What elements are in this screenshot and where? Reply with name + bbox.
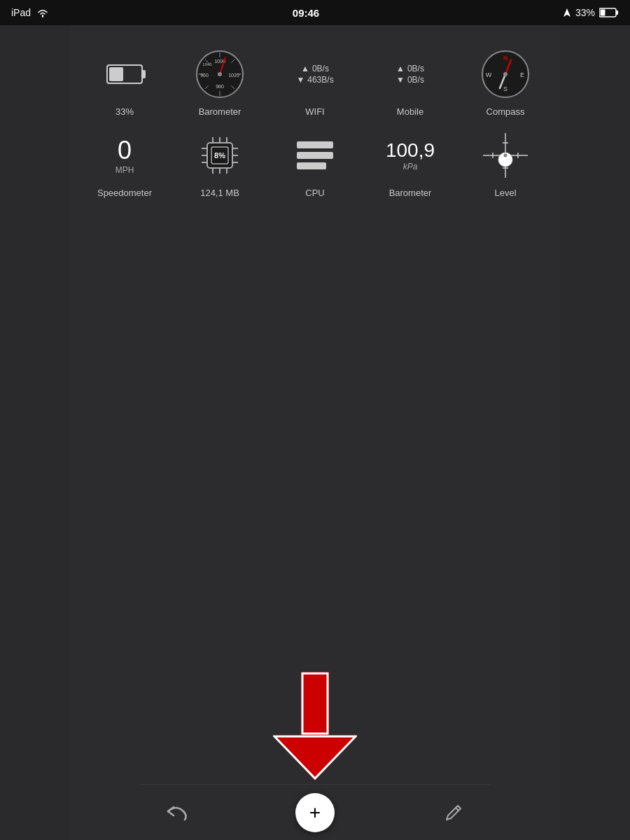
ram-widget-cell[interactable]: 8% 124,1 MB	[172, 120, 267, 202]
battery-widget-cell[interactable]: 33%	[77, 39, 172, 120]
svg-line-54	[456, 808, 458, 811]
svg-text:1020: 1020	[228, 73, 239, 78]
down-arrow-svg	[273, 672, 357, 784]
svg-marker-53	[274, 736, 356, 778]
cpu-bar-2	[297, 152, 333, 159]
edit-icon	[444, 803, 463, 822]
svg-text:S: S	[503, 85, 507, 92]
svg-marker-51	[273, 735, 357, 780]
add-plus-icon: +	[309, 803, 321, 822]
edit-button[interactable]	[438, 797, 469, 828]
cpu-label: CPU	[305, 188, 324, 198]
mobile-down-arrow: ▼	[396, 75, 405, 85]
svg-text:980: 980	[216, 84, 224, 89]
cpu-bar-3	[297, 162, 326, 169]
wifi-up-rate: 0B/s	[312, 64, 329, 74]
status-left: iPad	[11, 7, 49, 18]
mobile-rates: ▲ 0B/s ▼ 0B/s	[396, 64, 424, 85]
sidebar-left	[0, 0, 70, 840]
barometer-gauge-cell[interactable]: 1000 980 960 1020 1040 Barometer	[172, 39, 267, 120]
mobile-up-rate: 0B/s	[407, 64, 424, 74]
mobile-up-arrow: ▲	[396, 64, 405, 74]
barometer-svg: 1000 980 960 1020 1040	[195, 49, 245, 99]
arrow-indicator	[273, 672, 357, 784]
mobile-down-row: ▼ 0B/s	[396, 75, 424, 85]
undo-icon	[165, 803, 188, 822]
wifi-rates: ▲ 0B/s ▼ 463B/s	[296, 64, 333, 85]
svg-rect-1	[616, 10, 618, 15]
speedometer-widget-cell[interactable]: 0 MPH Speedometer	[77, 120, 172, 202]
clock: 09:46	[293, 7, 319, 19]
bottom-toolbar: +	[140, 784, 490, 840]
barometer-gauge-icon: 1000 980 960 1020 1040	[192, 46, 248, 102]
battery-pct: 33%	[575, 7, 595, 18]
widget-grid: 33%	[70, 25, 560, 209]
ram-icon: 8%	[192, 127, 248, 183]
wifi-down-rate: 463B/s	[307, 75, 333, 85]
compass-widget-cell[interactable]: N S W E Compass	[458, 39, 553, 120]
battery-icon	[97, 46, 153, 102]
baro-unit: kPa	[403, 162, 418, 172]
status-right: 33%	[563, 7, 619, 18]
battery-body	[106, 64, 143, 84]
add-button[interactable]: +	[295, 793, 335, 832]
mobile-label: Mobile	[397, 106, 424, 117]
speedometer-label: Speedometer	[97, 188, 152, 198]
svg-text:960: 960	[200, 73, 209, 78]
level-icon	[477, 127, 533, 183]
mobile-icon: ▲ 0B/s ▼ 0B/s	[382, 46, 438, 102]
mobile-down-rate: 0B/s	[407, 75, 424, 85]
compass-svg: N S W E	[480, 49, 531, 99]
cpu-bar-1	[297, 141, 333, 148]
wifi-widget-cell[interactable]: ▲ 0B/s ▼ 463B/s WIFI	[267, 39, 363, 120]
svg-point-26	[503, 72, 507, 76]
battery-fill	[109, 67, 123, 81]
wifi-up-row: ▲ 0B/s	[301, 64, 329, 74]
svg-text:1040: 1040	[202, 62, 212, 66]
svg-point-49	[504, 154, 507, 157]
baro-value-cell[interactable]: 100,9 kPa Barometer	[363, 120, 458, 202]
svg-text:8%: 8%	[214, 151, 225, 160]
main-content: 33%	[70, 25, 560, 840]
svg-rect-50	[301, 672, 329, 735]
svg-text:N: N	[503, 55, 508, 62]
mobile-widget-cell[interactable]: ▲ 0B/s ▼ 0B/s Mobile	[363, 39, 458, 120]
level-label: Level	[494, 188, 516, 198]
baro-value-icon: 100,9 kPa	[382, 127, 438, 183]
speed-unit: MPH	[115, 165, 134, 175]
wifi-icon: ▲ 0B/s ▼ 463B/s	[287, 46, 343, 102]
status-bar: iPad 09:46 33%	[0, 0, 630, 25]
chip-svg: 8%	[197, 133, 242, 178]
svg-text:W: W	[486, 71, 492, 78]
sidebar-right	[560, 0, 630, 840]
location-icon	[563, 8, 571, 18]
cpu-widget-cell[interactable]: CPU	[267, 120, 363, 202]
compass-label: Compass	[486, 106, 525, 117]
level-svg	[480, 130, 531, 181]
svg-text:E: E	[520, 71, 524, 78]
wifi-down-row: ▼ 463B/s	[296, 75, 333, 85]
undo-button[interactable]	[161, 797, 192, 828]
speed-value: 0	[118, 136, 132, 165]
ram-label: 124,1 MB	[200, 188, 239, 198]
compass-icon: N S W E	[477, 46, 533, 102]
wifi-up-arrow: ▲	[301, 64, 309, 74]
level-widget-cell[interactable]: Level	[458, 120, 553, 202]
wifi-down-arrow: ▼	[296, 75, 304, 85]
speedometer-icon: 0 MPH	[97, 127, 153, 183]
battery-label: 33%	[115, 106, 134, 117]
svg-rect-52	[302, 673, 328, 734]
barometer-gauge-label: Barometer	[199, 106, 241, 117]
battery-status-icon	[599, 8, 619, 18]
wifi-label: WIFI	[305, 106, 324, 117]
cpu-icon	[287, 127, 343, 183]
baro-value: 100,9	[386, 139, 435, 162]
svg-point-18	[218, 72, 222, 76]
svg-rect-2	[601, 10, 606, 16]
mobile-up-row: ▲ 0B/s	[396, 64, 424, 74]
cpu-bars	[297, 141, 333, 169]
wifi-status-icon	[36, 8, 49, 18]
baro-value-label: Barometer	[389, 188, 432, 198]
device-label: iPad	[11, 7, 31, 18]
